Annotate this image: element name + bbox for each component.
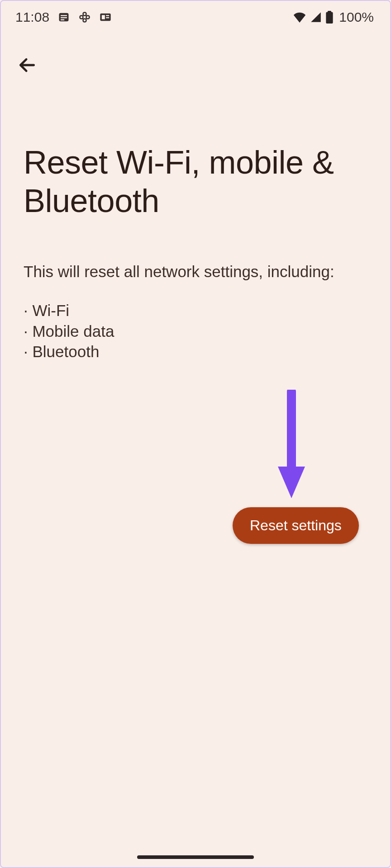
svg-rect-1 xyxy=(61,15,67,16)
bullet-list: Wi-Fi Mobile data Bluetooth xyxy=(24,300,367,362)
svg-rect-7 xyxy=(106,17,109,18)
reset-settings-button[interactable]: Reset settings xyxy=(233,507,359,544)
status-left: 11:08 xyxy=(15,9,112,25)
description-text: This will reset all network settings, in… xyxy=(24,261,367,282)
annotation-arrow-icon xyxy=(273,390,310,505)
svg-rect-8 xyxy=(326,12,333,24)
svg-rect-3 xyxy=(61,19,64,20)
svg-rect-2 xyxy=(61,17,67,18)
svg-rect-4 xyxy=(100,14,110,21)
svg-rect-9 xyxy=(328,11,331,13)
content: Reset Wi-Fi, mobile & Bluetooth This wil… xyxy=(1,143,390,362)
photos-icon xyxy=(78,11,91,24)
svg-rect-6 xyxy=(106,15,109,16)
wifi-icon xyxy=(293,12,306,23)
list-item: Mobile data xyxy=(24,321,367,342)
arrow-back-icon xyxy=(17,55,37,76)
gesture-nav-bar[interactable] xyxy=(137,855,254,859)
toolbar xyxy=(1,33,390,80)
cellular-icon xyxy=(310,12,322,23)
battery-percent: 100% xyxy=(339,9,374,25)
page-title: Reset Wi-Fi, mobile & Bluetooth xyxy=(24,143,367,220)
status-bar: 11:08 100% xyxy=(1,1,390,33)
news-icon xyxy=(99,11,112,24)
status-time: 11:08 xyxy=(15,9,49,25)
status-right: 100% xyxy=(293,9,374,25)
list-item: Bluetooth xyxy=(24,341,367,362)
list-item: Wi-Fi xyxy=(24,300,367,321)
messages-icon xyxy=(57,11,70,24)
back-button[interactable] xyxy=(14,52,41,80)
battery-icon xyxy=(325,11,334,24)
svg-rect-5 xyxy=(102,15,105,19)
